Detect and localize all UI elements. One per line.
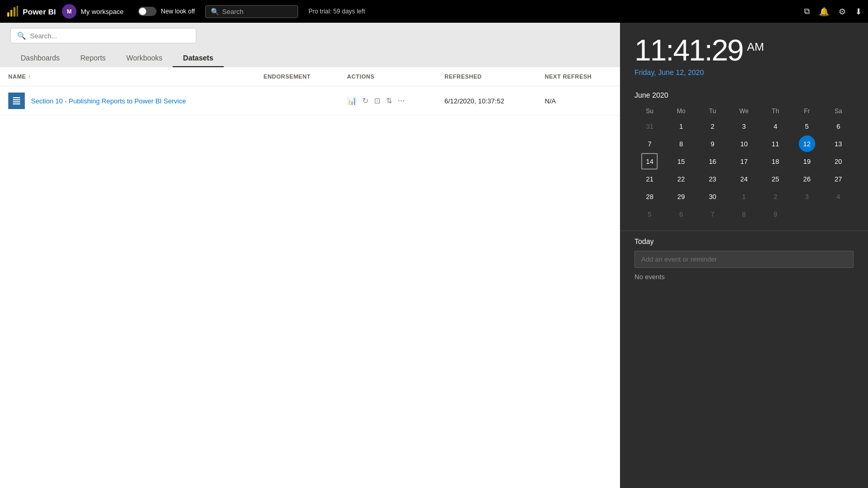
cal-day-18[interactable]: 18 [767, 153, 784, 170]
cal-header-sa: Sa [823, 105, 854, 117]
external-link-icon[interactable]: ⧉ [804, 7, 810, 16]
today-section: Today No events [620, 231, 868, 287]
svg-rect-1 [10, 10, 12, 17]
cal-day-4-jul[interactable]: 4 [830, 188, 847, 205]
main-area: 🔍 Dashboards Reports Workbooks Datasets [0, 23, 868, 488]
cal-day-2-jul[interactable]: 2 [767, 188, 784, 205]
cal-day-25[interactable]: 25 [767, 171, 784, 187]
tab-reports[interactable]: Reports [70, 50, 116, 67]
table-area: NAME ↑ ENDORSEMENT ACTIONS REFRESHED [0, 67, 620, 488]
tab-datasets[interactable]: Datasets [173, 50, 223, 67]
table-row: Section 10 - Publishing Reports to Power… [0, 86, 620, 116]
cal-day-8-jul[interactable]: 8 [736, 206, 752, 222]
svg-rect-6 [13, 101, 20, 102]
datasets-table: NAME ↑ ENDORSEMENT ACTIONS REFRESHED [0, 67, 620, 116]
cal-day-12-selected[interactable]: 12 [799, 135, 815, 152]
cal-day-7-jul[interactable]: 7 [704, 206, 721, 222]
cal-day-24[interactable]: 24 [736, 171, 752, 187]
pro-trial-label: Pro trial: 59 days left [308, 8, 365, 15]
new-look-toggle[interactable]: New look off [138, 7, 195, 16]
settings-icon[interactable]: ⚙ [839, 7, 846, 17]
svg-rect-3 [17, 6, 18, 17]
col-header-name[interactable]: NAME ↑ [0, 67, 255, 86]
cal-day-16[interactable]: 16 [704, 153, 721, 170]
cal-day-11[interactable]: 11 [767, 135, 784, 152]
cal-day-7[interactable]: 7 [641, 135, 658, 152]
cal-day-22[interactable]: 22 [673, 171, 689, 187]
cal-day-8[interactable]: 8 [673, 135, 689, 152]
cal-day-6-jul[interactable]: 6 [673, 206, 689, 222]
clock-time: 11:41:29 [634, 35, 743, 65]
download-icon[interactable]: ⬇ [855, 7, 862, 17]
cal-day-29[interactable]: 29 [673, 188, 689, 205]
clock-display: 11:41:29 AM [634, 35, 854, 65]
cal-day-9-jul[interactable]: 9 [767, 206, 784, 222]
calendar-month: June 2020 [634, 91, 854, 99]
dataset-name[interactable]: Section 10 - Publishing Reports to Power… [31, 97, 186, 105]
cal-day-26[interactable]: 26 [799, 171, 815, 187]
search-box[interactable]: 🔍 Search [205, 5, 298, 18]
cal-header-th: Th [760, 105, 791, 117]
clock-date: Friday, June 12, 2020 [634, 68, 854, 77]
share-icon[interactable]: ⇅ [386, 96, 393, 105]
cal-day-6[interactable]: 6 [830, 118, 847, 134]
cal-day-9[interactable]: 9 [704, 135, 721, 152]
search-placeholder: Search [222, 8, 243, 16]
cal-header-we: We [729, 105, 760, 117]
topbar: Power BI M My workspace New look off 🔍 S… [0, 0, 868, 23]
col-header-endorsement[interactable]: ENDORSEMENT [255, 67, 339, 86]
tab-workbooks[interactable]: Workbooks [116, 50, 173, 67]
app-logo[interactable]: Power BI [6, 5, 56, 18]
cal-day-empty-2 [830, 206, 847, 222]
workspace-search-icon: 🔍 [17, 32, 26, 40]
cal-day-23[interactable]: 23 [704, 171, 721, 187]
col-header-refreshed[interactable]: REFRESHED [436, 67, 536, 86]
toggle-switch[interactable] [138, 7, 157, 16]
refresh-icon[interactable]: ↻ [362, 96, 369, 105]
clock-section: 11:41:29 AM Friday, June 12, 2020 [620, 23, 868, 85]
calendar-section: June 2020 Su Mo Tu We Th Fr Sa 31 1 2 3 … [620, 85, 868, 231]
row-actions-cell: 📊 ↻ ⊡ ⇅ ··· [339, 86, 436, 116]
cal-day-3[interactable]: 3 [736, 118, 752, 134]
toggle-label: New look off [161, 8, 195, 15]
svg-rect-2 [13, 7, 16, 17]
event-reminder-input[interactable] [634, 251, 854, 268]
cal-day-15[interactable]: 15 [673, 153, 689, 170]
cal-day-5-jul[interactable]: 5 [641, 206, 658, 222]
cal-day-13[interactable]: 13 [830, 135, 847, 152]
workspace-search-input[interactable] [30, 32, 190, 40]
cal-day-19[interactable]: 19 [799, 153, 815, 170]
cal-day-10[interactable]: 10 [736, 135, 752, 152]
sort-arrow-icon: ↑ [28, 74, 31, 80]
cal-day-1-jul[interactable]: 1 [736, 188, 752, 205]
edit-icon[interactable]: ⊡ [374, 96, 381, 105]
no-events-label: No events [634, 273, 854, 281]
row-endorsement-cell [255, 86, 339, 116]
search-icon: 🔍 [211, 8, 219, 16]
cal-day-4[interactable]: 4 [767, 118, 784, 134]
workspace-search-box[interactable]: 🔍 [10, 28, 196, 43]
cal-day-14-today[interactable]: 14 [641, 153, 658, 170]
cal-day-30[interactable]: 30 [704, 188, 721, 205]
more-options-icon[interactable]: ··· [398, 96, 405, 105]
cal-day-27[interactable]: 27 [830, 171, 847, 187]
cal-day-3-jul[interactable]: 3 [799, 188, 815, 205]
topbar-actions: ⧉ 🔔 ⚙ ⬇ [804, 7, 862, 17]
cal-day-20[interactable]: 20 [830, 153, 847, 170]
cal-day-5[interactable]: 5 [799, 118, 815, 134]
tab-dashboards[interactable]: Dashboards [10, 50, 70, 67]
right-panel-calendar: 11:41:29 AM Friday, June 12, 2020 June 2… [620, 23, 868, 488]
cal-day-17[interactable]: 17 [736, 153, 752, 170]
user-profile[interactable]: M My workspace [62, 4, 123, 19]
cal-day-empty-1 [799, 206, 815, 222]
cal-day-31-may[interactable]: 31 [641, 118, 658, 134]
col-header-next-refresh[interactable]: NEXT REFRESH [536, 67, 620, 86]
cal-day-21[interactable]: 21 [641, 171, 658, 187]
cal-day-2[interactable]: 2 [704, 118, 721, 134]
analytics-icon[interactable]: 📊 [347, 96, 357, 105]
bell-icon[interactable]: 🔔 [819, 7, 829, 17]
cal-header-su: Su [634, 105, 665, 117]
workspace-header: 🔍 Dashboards Reports Workbooks Datasets [0, 23, 620, 67]
cal-day-28[interactable]: 28 [641, 188, 658, 205]
cal-day-1[interactable]: 1 [673, 118, 689, 134]
